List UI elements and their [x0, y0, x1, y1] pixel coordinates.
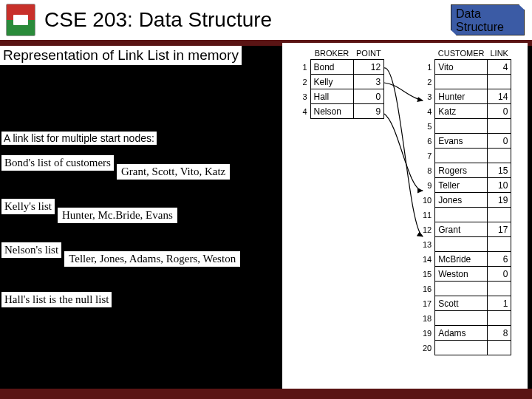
table-row: 15Weston0 [420, 267, 511, 282]
table-row: 20 [420, 341, 511, 355]
customer-header: CUSTOMER [435, 47, 488, 60]
badge-line2: Structure [456, 21, 519, 34]
topic-badge: Data Structure [451, 4, 525, 35]
table-row: 1Vito4 [420, 60, 511, 75]
table-row: 4Nelson9 [297, 104, 384, 119]
university-logo [6, 4, 35, 36]
broker-header: BROKER [310, 47, 353, 60]
course-title: CSE 203: Data Structure [44, 8, 272, 32]
list-row: Bond's list of customers Grant, Scott, V… [1, 155, 281, 180]
footer-bar [0, 389, 532, 399]
table-row: 2 [420, 75, 511, 89]
list-label: Nelson's list [1, 242, 61, 258]
list-items: Teller, Jones, Adams, Rogers, Weston [64, 251, 240, 267]
table-row: 1Bond12 [297, 60, 384, 75]
table-row: 12Grant17 [420, 222, 511, 237]
customer-lists: Bond's list of customers Grant, Scott, V… [1, 155, 281, 307]
list-row: Kelly's list Hunter, Mc.Bride, Evans [1, 199, 281, 223]
table-row: 9Teller10 [420, 178, 511, 193]
table-row: 13 [420, 237, 511, 252]
header: CSE 203: Data Structure Data Structure [0, 0, 532, 40]
table-row: 8Rogers15 [420, 163, 511, 178]
table-row: 3Hall0 [297, 89, 384, 104]
table-row: 2Kelly3 [297, 75, 384, 89]
broker-table: BROKERPOINT 1Bond122Kelly33Hall04Nelson9 [297, 47, 384, 119]
list-row: Nelson's list Teller, Jones, Adams, Roge… [1, 242, 281, 267]
list-items: Hunter, Mc.Bride, Evans [58, 208, 177, 223]
customer-table: CUSTOMERLINK 1Vito423Hunter144Katz056Eva… [420, 47, 511, 355]
slide-subtitle: Representation of Link List in memory [0, 46, 242, 65]
table-row: 11 [420, 208, 511, 222]
table-row: 19Adams8 [420, 326, 511, 341]
list-label: Kelly's list [1, 199, 55, 214]
table-row: 5 [420, 119, 511, 134]
left-column: Representation of Link List in memory A … [0, 46, 281, 307]
table-row: 10Jones19 [420, 193, 511, 208]
table-row: 16 [420, 282, 511, 296]
badge-line1: Data [456, 7, 519, 21]
table-row: 6Evans0 [420, 134, 511, 149]
table-row: 3Hunter14 [420, 89, 511, 104]
list-label: Bond's list of customers [1, 155, 114, 171]
table-row: 18 [420, 311, 511, 326]
point-header: POINT [353, 47, 384, 60]
table-row: 4Katz0 [420, 104, 511, 119]
table-row: 7 [420, 149, 511, 163]
section-label: A link list for multiple start nodes: [1, 132, 157, 145]
table-row: 17Scott1 [420, 296, 511, 311]
memory-diagram: BROKERPOINT 1Bond122Kelly33Hall04Nelson9… [282, 43, 528, 390]
link-header: LINK [488, 47, 511, 60]
table-row: 14McBride6 [420, 252, 511, 267]
list-items: Grant, Scott, Vito, Katz [117, 164, 230, 180]
null-list-label: Hall's list is the null list [1, 292, 112, 307]
